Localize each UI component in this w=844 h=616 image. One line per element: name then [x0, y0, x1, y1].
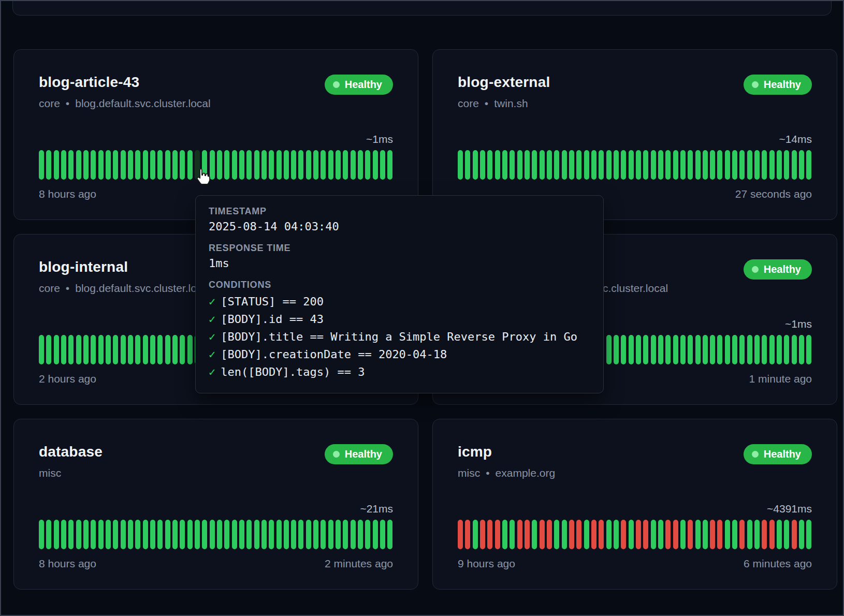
uptime-bar[interactable] — [195, 520, 200, 549]
uptime-bar[interactable] — [717, 335, 722, 364]
uptime-bar[interactable] — [480, 150, 485, 180]
uptime-bar-down[interactable] — [495, 520, 500, 549]
uptime-bar[interactable] — [754, 335, 760, 364]
uptime-bar[interactable] — [732, 335, 737, 364]
uptime-bar[interactable] — [128, 150, 133, 180]
uptime-bar[interactable] — [525, 150, 530, 180]
uptime-bar[interactable] — [784, 150, 789, 180]
uptime-bar[interactable] — [180, 335, 185, 364]
card-partial-top[interactable] — [12, 0, 832, 16]
uptime-bar[interactable] — [739, 335, 745, 364]
uptime-bar-down[interactable] — [621, 520, 626, 549]
uptime-bar[interactable] — [68, 520, 74, 549]
uptime-bar[interactable] — [291, 520, 296, 549]
uptime-bar[interactable] — [150, 150, 155, 180]
uptime-bar[interactable] — [232, 520, 237, 549]
uptime-bar[interactable] — [777, 335, 782, 364]
uptime-bar[interactable] — [54, 150, 59, 180]
uptime-bar[interactable] — [373, 150, 378, 180]
uptime-bar[interactable] — [636, 150, 641, 180]
uptime-bar[interactable] — [68, 335, 74, 364]
uptime-bar[interactable] — [784, 335, 789, 364]
uptime-bar[interactable] — [621, 150, 626, 180]
uptime-bar[interactable] — [39, 335, 44, 364]
uptime-bar[interactable] — [239, 520, 244, 549]
uptime-bar[interactable] — [76, 520, 81, 549]
uptime-bar[interactable] — [487, 150, 492, 180]
uptime-bar[interactable] — [680, 335, 686, 364]
endpoint-card-icmp[interactable]: icmp misc•example.org Healthy ~4391ms 9 … — [432, 419, 837, 590]
uptime-bar[interactable] — [606, 520, 612, 549]
uptime-bar[interactable] — [614, 520, 619, 549]
uptime-bar[interactable] — [784, 520, 789, 549]
uptime-bar[interactable] — [180, 150, 185, 180]
uptime-bar-down[interactable] — [569, 520, 574, 549]
uptime-bar[interactable] — [665, 335, 671, 364]
uptime-bar-down[interactable] — [643, 520, 648, 549]
uptime-bar[interactable] — [83, 520, 89, 549]
uptime-bar[interactable] — [187, 150, 193, 180]
uptime-bar[interactable] — [643, 335, 648, 364]
uptime-bar[interactable] — [135, 150, 140, 180]
uptime-bar-down[interactable] — [739, 520, 745, 549]
uptime-bar[interactable] — [351, 520, 356, 549]
uptime-bar[interactable] — [121, 150, 126, 180]
uptime-bar[interactable] — [321, 520, 326, 549]
uptime-bar[interactable] — [380, 520, 385, 549]
uptime-bar-down[interactable] — [591, 520, 596, 549]
uptime-bar[interactable] — [621, 335, 626, 364]
uptime-bar[interactable] — [284, 150, 289, 180]
endpoint-card-blog-external[interactable]: blog-external core•twin.sh Healthy ~14ms… — [432, 49, 837, 220]
uptime-bar[interactable] — [762, 150, 767, 180]
uptime-bar-down[interactable] — [762, 520, 767, 549]
uptime-bar[interactable] — [562, 520, 567, 549]
uptime-bar[interactable] — [135, 520, 140, 549]
uptime-bar[interactable] — [306, 520, 311, 549]
uptime-bars[interactable] — [458, 520, 812, 549]
uptime-bar-down[interactable] — [540, 520, 545, 549]
uptime-bar[interactable] — [710, 335, 715, 364]
uptime-bar[interactable] — [106, 335, 111, 364]
uptime-bar[interactable] — [769, 150, 775, 180]
uptime-bar-down[interactable] — [525, 520, 530, 549]
uptime-bar[interactable] — [387, 520, 392, 549]
uptime-bar[interactable] — [157, 335, 163, 364]
uptime-bar[interactable] — [269, 150, 274, 180]
uptime-bar[interactable] — [39, 520, 44, 549]
uptime-bar[interactable] — [224, 150, 229, 180]
uptime-bar[interactable] — [298, 520, 303, 549]
uptime-bar[interactable] — [343, 520, 348, 549]
uptime-bar[interactable] — [688, 335, 693, 364]
uptime-bar[interactable] — [98, 335, 104, 364]
uptime-bar[interactable] — [76, 335, 81, 364]
endpoint-card-database[interactable]: database misc Healthy ~21ms 8 hours ago … — [13, 419, 418, 590]
uptime-bar[interactable] — [254, 520, 259, 549]
uptime-bar[interactable] — [636, 335, 641, 364]
uptime-bar[interactable] — [172, 520, 178, 549]
uptime-bar[interactable] — [210, 520, 215, 549]
uptime-bar[interactable] — [165, 335, 170, 364]
uptime-bar-down[interactable] — [480, 520, 485, 549]
uptime-bar[interactable] — [373, 520, 378, 549]
uptime-bar[interactable] — [128, 335, 133, 364]
uptime-bar[interactable] — [695, 335, 701, 364]
uptime-bar[interactable] — [380, 150, 385, 180]
uptime-bar[interactable] — [799, 150, 804, 180]
uptime-bar[interactable] — [61, 150, 66, 180]
uptime-bars[interactable] — [39, 150, 393, 180]
uptime-bar-down[interactable] — [792, 520, 797, 549]
uptime-bar[interactable] — [54, 335, 59, 364]
uptime-bar[interactable] — [157, 150, 163, 180]
uptime-bar[interactable] — [688, 150, 693, 180]
uptime-bar-down[interactable] — [458, 520, 463, 549]
uptime-bar[interactable] — [606, 150, 612, 180]
uptime-bar[interactable] — [502, 520, 507, 549]
uptime-bar[interactable] — [703, 150, 708, 180]
uptime-bar[interactable] — [473, 520, 478, 549]
uptime-bar[interactable] — [135, 335, 140, 364]
uptime-bar[interactable] — [792, 150, 797, 180]
uptime-bar[interactable] — [387, 150, 392, 180]
uptime-bar[interactable] — [277, 520, 282, 549]
uptime-bar[interactable] — [91, 520, 96, 549]
uptime-bar[interactable] — [46, 335, 51, 364]
